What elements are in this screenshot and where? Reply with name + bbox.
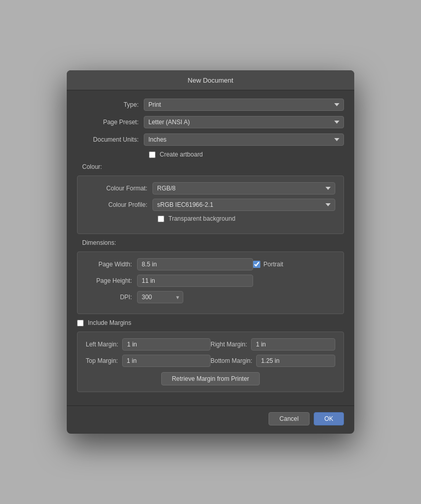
- ok-button[interactable]: OK: [314, 412, 344, 425]
- type-select-wrapper: Print: [144, 99, 344, 111]
- colour-format-label: Colour Format:: [86, 185, 152, 192]
- portrait-checkbox-wrapper: Portrait: [253, 261, 283, 268]
- document-units-row: Document Units: Inches: [77, 133, 344, 146]
- portrait-checkbox[interactable]: [253, 261, 260, 268]
- right-margin-group: Right Margin:: [210, 338, 335, 351]
- portrait-label: Portrait: [263, 261, 283, 268]
- page-height-input[interactable]: [137, 275, 253, 287]
- page-width-row: Page Width: Portrait: [86, 258, 335, 270]
- type-row: Type: Print: [77, 99, 344, 111]
- document-units-select[interactable]: Inches: [144, 133, 344, 146]
- left-margin-label: Left Margin:: [86, 341, 122, 348]
- dialog-footer: Cancel OK: [67, 405, 354, 434]
- margins-section: Include Margins Left Margin: Right Margi…: [77, 319, 344, 392]
- dpi-group: DPI: 300 ▼: [86, 291, 253, 303]
- create-artboard-row: Create artboard: [77, 151, 344, 158]
- type-select[interactable]: Print: [144, 99, 344, 111]
- bottom-margin-label: Bottom Margin:: [210, 357, 256, 364]
- top-margin-input[interactable]: [122, 355, 210, 367]
- left-margin-group: Left Margin:: [86, 338, 210, 351]
- dpi-select[interactable]: 300: [137, 291, 183, 303]
- dpi-select-wrapper: 300 ▼: [137, 291, 183, 303]
- page-preset-select[interactable]: Letter (ANSI A): [144, 116, 344, 128]
- retrieve-margin-button[interactable]: Retrieve Margin from Printer: [161, 372, 260, 385]
- page-width-group: Page Width:: [86, 258, 253, 270]
- transparent-bg-checkbox[interactable]: [158, 216, 164, 222]
- new-document-dialog: New Document Type: Print Page Preset:: [67, 70, 354, 434]
- create-artboard-label: Create artboard: [160, 151, 203, 158]
- page-preset-row: Page Preset: Letter (ANSI A): [77, 116, 344, 128]
- page-width-input[interactable]: [137, 258, 253, 270]
- top-bottom-margin-row: Top Margin: Bottom Margin:: [86, 355, 335, 367]
- margins-inputs-box: Left Margin: Right Margin: Top Margin:: [77, 332, 344, 392]
- colour-profile-select[interactable]: sRGB IEC61966-2.1: [152, 199, 335, 211]
- dimensions-section-box: Page Width: Portrait Page Height:: [77, 251, 344, 314]
- page-width-label: Page Width:: [86, 261, 137, 268]
- left-right-margin-row: Left Margin: Right Margin:: [86, 338, 335, 351]
- page-height-group: Page Height:: [86, 275, 253, 287]
- type-control: Print: [144, 99, 344, 111]
- include-margins-row: Include Margins: [77, 319, 344, 326]
- colour-format-row: Colour Format: RGB/8: [86, 182, 335, 195]
- units-select-wrapper: Inches: [144, 133, 344, 146]
- bottom-margin-input[interactable]: [256, 355, 335, 367]
- create-artboard-checkbox[interactable]: [149, 151, 156, 158]
- type-label: Type:: [77, 101, 144, 108]
- bottom-margin-group: Bottom Margin:: [210, 355, 335, 367]
- transparent-bg-label: Transparent background: [168, 215, 235, 222]
- right-margin-label: Right Margin:: [210, 341, 251, 348]
- top-margin-label: Top Margin:: [86, 357, 122, 364]
- dialog-title: New Document: [188, 76, 234, 84]
- page-height-row: Page Height:: [86, 275, 335, 287]
- left-margin-input[interactable]: [122, 338, 210, 351]
- colour-format-control: RGB/8: [152, 182, 335, 195]
- page-preset-control: Letter (ANSI A): [144, 116, 344, 128]
- colour-profile-label: Colour Profile:: [86, 201, 152, 208]
- page-preset-label: Page Preset:: [77, 119, 144, 126]
- page-height-label: Page Height:: [86, 277, 137, 284]
- document-units-label: Document Units:: [77, 136, 144, 143]
- colour-profile-row: Colour Profile: sRGB IEC61966-2.1: [86, 199, 335, 211]
- include-margins-label: Include Margins: [88, 319, 131, 326]
- dimensions-section-label: Dimensions:: [77, 239, 344, 246]
- colour-format-select[interactable]: RGB/8: [152, 182, 335, 195]
- dpi-row: DPI: 300 ▼: [86, 291, 335, 303]
- portrait-group: Portrait: [253, 261, 335, 268]
- cancel-button[interactable]: Cancel: [269, 412, 309, 425]
- document-units-control: Inches: [144, 133, 344, 146]
- dpi-label: DPI:: [86, 294, 137, 301]
- dialog-titlebar: New Document: [67, 70, 354, 90]
- colour-profile-control: sRGB IEC61966-2.1: [152, 199, 335, 211]
- colour-section-box: Colour Format: RGB/8 Colour Profile:: [77, 176, 344, 234]
- colour-section-label: Colour:: [77, 163, 344, 170]
- colour-format-select-wrapper: RGB/8: [152, 182, 335, 195]
- dialog-body: Type: Print Page Preset: Letter (ANSI A): [67, 90, 354, 405]
- top-margin-group: Top Margin:: [86, 355, 210, 367]
- right-margin-input[interactable]: [251, 338, 335, 351]
- include-margins-checkbox[interactable]: [77, 320, 84, 326]
- transparent-bg-row: Transparent background: [86, 215, 335, 222]
